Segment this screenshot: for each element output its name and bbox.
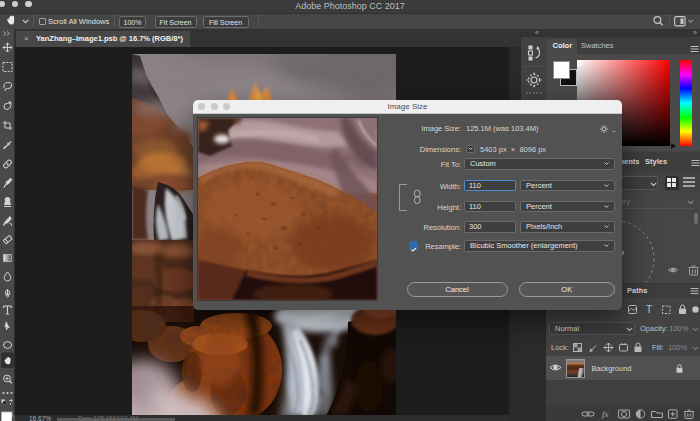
svg-text:T: T [646,304,652,315]
svg-text:fx: fx [602,409,609,419]
